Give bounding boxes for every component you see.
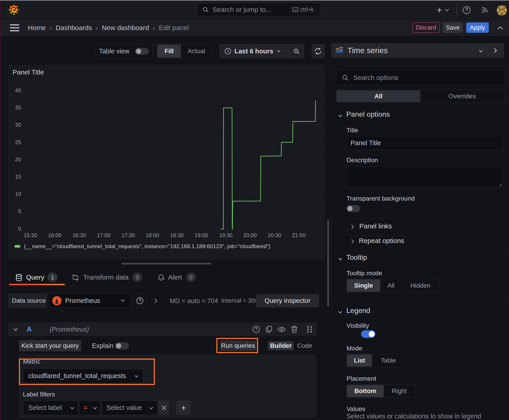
svg-text:17:00: 17:00 xyxy=(97,232,110,238)
svg-text:16:30: 16:30 xyxy=(73,232,86,238)
svg-text:{__name__="cloudflared_tunnel_: {__name__="cloudflared_tunnel_total_requ… xyxy=(24,243,270,249)
svg-text:19:30: 19:30 xyxy=(219,232,233,238)
svg-text:15: 15 xyxy=(15,174,21,180)
svg-text:20:00: 20:00 xyxy=(243,232,257,238)
svg-text:17:30: 17:30 xyxy=(122,232,135,238)
svg-text:10: 10 xyxy=(15,191,21,197)
svg-text:15:30: 15:30 xyxy=(23,232,37,238)
svg-text:35: 35 xyxy=(15,105,21,111)
svg-text:20:30: 20:30 xyxy=(268,232,281,238)
svg-text:21:00: 21:00 xyxy=(292,232,305,238)
svg-text:16:00: 16:00 xyxy=(48,232,61,238)
svg-text:0: 0 xyxy=(18,226,21,232)
svg-text:25: 25 xyxy=(15,139,21,145)
svg-text:18:00: 18:00 xyxy=(146,232,159,238)
svg-text:30: 30 xyxy=(15,122,21,128)
svg-text:20: 20 xyxy=(15,156,21,162)
svg-text:5: 5 xyxy=(18,208,21,214)
svg-text:19:00: 19:00 xyxy=(195,232,208,238)
svg-text:18:30: 18:30 xyxy=(170,232,183,238)
svg-text:40: 40 xyxy=(15,87,21,93)
